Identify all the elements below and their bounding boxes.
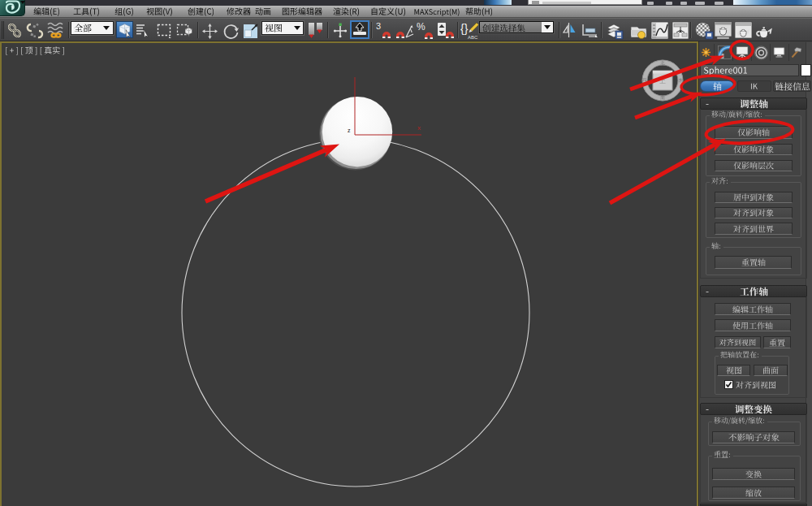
svg-text:x: x [417, 124, 421, 132]
svg-text:3: 3 [376, 22, 381, 31]
svg-text:ABC: ABC [468, 35, 478, 40]
svg-text:%: % [417, 22, 425, 32]
svg-text:z: z [348, 128, 351, 133]
svg-text:{}: {} [460, 22, 469, 35]
